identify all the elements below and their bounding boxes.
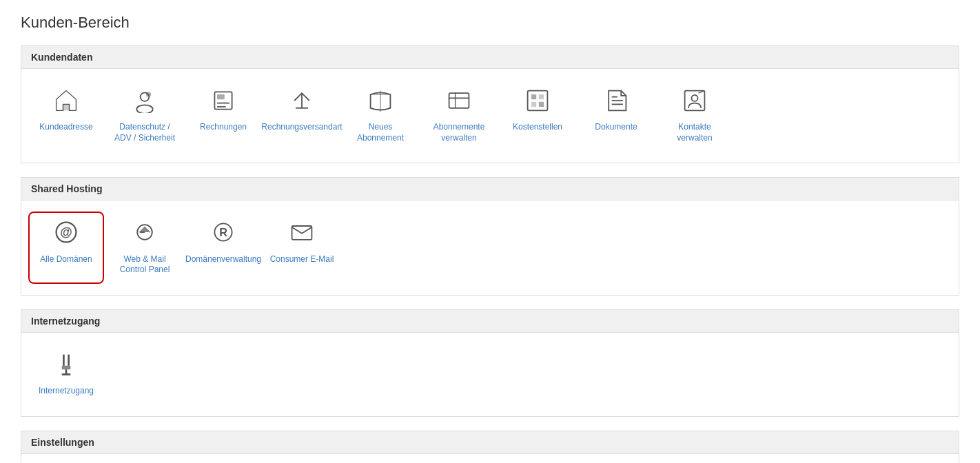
icon-datenschutz (132, 88, 157, 118)
section-body-internetzugang: Internetzugang (21, 333, 959, 416)
icon-kontakte-verwalten (682, 88, 707, 118)
icon-label-rechnungsversandart: Rechnungsversandart (261, 122, 342, 133)
icon-item-web-mail-control[interactable]: Web & Mail Control Panel (107, 212, 183, 283)
icon-alle-domaenen: @ (54, 220, 79, 249)
svg-rect-19 (539, 102, 544, 107)
icon-label-alle-domaenen: Alle Domänen (40, 254, 92, 265)
section-shared-hosting: Shared Hosting@Alle DomänenWeb & Mail Co… (21, 177, 959, 295)
icon-item-kostenstellen[interactable]: Kostenstellen (500, 80, 575, 152)
section-header-kundendaten: Kundendaten (21, 46, 959, 69)
icon-item-internetzugang[interactable]: Internetzugang (28, 344, 104, 405)
svg-rect-12 (449, 93, 469, 108)
icon-domaenenverwaltung: R (211, 220, 236, 249)
icon-item-consumer-email[interactable]: Consumer E-Mail (264, 212, 340, 283)
section-body-shared-hosting: @Alle DomänenWeb & Mail Control PanelRDo… (21, 200, 959, 294)
icon-consumer-email (289, 220, 314, 249)
section-internetzugang: InternetzugangInternetzugang (21, 309, 959, 417)
section-header-shared-hosting: Shared Hosting (21, 178, 959, 200)
icon-rechnungen (211, 88, 236, 118)
svg-point-2 (136, 105, 152, 113)
svg-rect-35 (62, 366, 71, 369)
section-header-internetzugang: Internetzugang (21, 310, 959, 333)
icon-label-kontakte-verwalten: Kontakte verwalten (662, 122, 727, 143)
icon-label-kundenadresse: Kundeadresse (39, 122, 92, 133)
icon-item-alle-domaenen[interactable]: @Alle Domänen (28, 212, 104, 283)
icon-item-datenschutz[interactable]: Datenschutz / ADV / Sicherheit (107, 80, 183, 152)
icon-label-web-mail-control: Web & Mail Control Panel (112, 254, 177, 276)
icon-abonnemente-verwalten (447, 88, 471, 118)
icon-item-rechnungsversandart[interactable]: Rechnungsversandart (264, 80, 340, 152)
icon-item-neues-abonnement[interactable]: Neues Abonnement (343, 80, 418, 152)
icon-label-kostenstellen: Kostenstellen (513, 122, 562, 133)
svg-text:R: R (219, 227, 227, 239)
svg-rect-18 (531, 102, 536, 107)
section-header-einstellungen: Einstellungen (21, 431, 959, 454)
icon-kundenadresse (54, 88, 79, 118)
icon-label-consumer-email: Consumer E-Mail (270, 254, 334, 265)
icon-item-kontakte-verwalten[interactable]: Kontakte verwalten (657, 80, 733, 152)
svg-text:@: @ (60, 226, 72, 240)
svg-rect-5 (217, 94, 225, 99)
icon-label-neues-abonnement: Neues Abonnement (348, 122, 413, 143)
section-body-kundendaten: KundeadresseDatenschutz / ADV / Sicherhe… (21, 69, 959, 163)
icon-neues-abonnement (368, 88, 393, 118)
svg-rect-16 (531, 94, 536, 99)
icon-item-abonnemente-verwalten[interactable]: Abonnemente verwalten (421, 80, 497, 152)
icon-dokumente (604, 88, 629, 118)
icon-item-rechnungen[interactable]: Rechnungen (185, 80, 261, 152)
svg-point-24 (692, 95, 698, 101)
icon-item-dokumente[interactable]: Dokumente (578, 80, 654, 152)
svg-rect-15 (528, 91, 548, 111)
icon-label-domaenenverwaltung: Domänenverwaltung (185, 254, 261, 265)
icon-label-abonnemente-verwalten: Abonnemente verwalten (427, 122, 491, 143)
icon-item-kundenadresse[interactable]: Kundeadresse (28, 80, 104, 152)
icon-label-rechnungen: Rechnungen (200, 122, 247, 133)
icon-item-domaenenverwaltung[interactable]: RDomänenverwaltung (185, 212, 261, 283)
page-title: Kunden-Bereich (21, 14, 959, 32)
icon-label-internetzugang: Internetzugang (39, 386, 94, 397)
section-einstellungen: EinstellungenBenutzerprofilMeine Tickets… (21, 431, 959, 463)
icon-kostenstellen (525, 88, 550, 118)
section-body-einstellungen: BenutzerprofilMeine TicketsLogin-Einstel… (21, 454, 959, 463)
icon-internetzugang (54, 352, 79, 382)
icon-rechnungsversandart (289, 88, 314, 118)
icon-web-mail-control (132, 220, 157, 249)
section-kundendaten: KundendatenKundeadresseDatenschutz / ADV… (21, 45, 959, 163)
svg-rect-17 (539, 94, 544, 99)
icon-label-dokumente: Dokumente (595, 122, 637, 133)
icon-label-datenschutz: Datenschutz / ADV / Sicherheit (112, 122, 177, 143)
svg-point-3 (146, 92, 151, 96)
svg-rect-0 (63, 104, 70, 110)
